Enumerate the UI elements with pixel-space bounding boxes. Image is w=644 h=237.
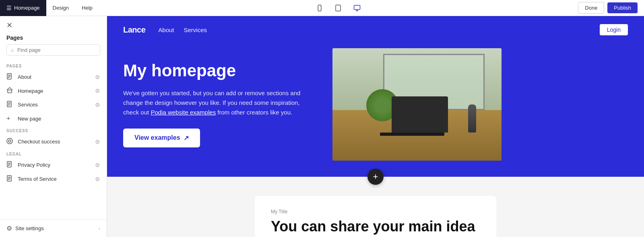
new-page-button[interactable]: + New page — [0, 112, 107, 125]
svg-point-17 — [8, 140, 11, 142]
content-card: My Title You can share your main idea he… — [255, 196, 496, 237]
add-section-button[interactable]: + — [367, 169, 384, 185]
hero-text: My homepage We've gotten you started, bu… — [123, 61, 316, 147]
hero-image — [332, 48, 502, 161]
sidebar-item-homepage[interactable]: Homepage ⚙ — [0, 84, 107, 98]
doc-icon — [6, 73, 14, 81]
design-tab-label: Design — [53, 5, 69, 11]
svg-point-16 — [7, 138, 12, 144]
homepage-tab-label: Homepage — [14, 5, 40, 11]
device-switcher — [99, 2, 578, 14]
privacy-settings-icon[interactable]: ⚙ — [95, 162, 100, 168]
homepage-tab[interactable]: ☰ Homepage — [0, 0, 46, 16]
home-icon — [6, 87, 14, 94]
sidebar-item-privacy-policy[interactable]: Privacy Policy ⚙ — [0, 158, 107, 172]
card-label: My Title — [271, 209, 480, 215]
topbar-right: Done Publish — [578, 2, 644, 14]
new-page-label: New page — [18, 116, 41, 122]
topbar-left: ☰ Homepage Design Help — [0, 0, 99, 16]
checkout-settings-icon[interactable]: ⚙ — [95, 139, 100, 145]
below-hero-section: My Title You can share your main idea he… — [107, 177, 644, 237]
podia-link[interactable]: Podia website examples — [151, 109, 216, 116]
success-section-label: SUCCESS — [0, 125, 107, 135]
hero-nav: Lance About Services Login — [107, 16, 644, 43]
svg-rect-4 — [354, 5, 360, 10]
services-page-label: Services — [18, 102, 95, 108]
cta-label: View examples — [134, 134, 180, 141]
target-icon — [6, 138, 14, 145]
tos-settings-icon[interactable]: ⚙ — [95, 176, 100, 182]
sidebar: ✕ Pages ⌕ PAGES About ⚙ Homepage ⚙ — [0, 16, 107, 237]
topbar: ☰ Homepage Design Help Done Publish — [0, 0, 644, 16]
search-icon: ⌕ — [11, 47, 14, 53]
view-examples-button[interactable]: View examples ↗ — [123, 129, 200, 147]
homepage-settings-icon[interactable]: ⚙ — [95, 88, 100, 94]
terms-of-service-label: Terms of Service — [18, 176, 95, 182]
site-settings-label: Site settings — [15, 225, 44, 231]
nav-links: About Services — [158, 27, 207, 33]
content-area: Lance About Services Login My homepage W… — [107, 16, 644, 237]
done-button[interactable]: Done — [578, 2, 604, 14]
nav-link-about[interactable]: About — [158, 27, 174, 33]
cta-arrow-icon: ↗ — [184, 134, 189, 142]
homepage-page-label: Homepage — [18, 88, 95, 94]
checkout-success-label: Checkout success — [18, 139, 95, 145]
mobile-device-btn[interactable] — [314, 2, 326, 14]
design-tab[interactable]: Design — [46, 0, 75, 16]
main-layout: ✕ Pages ⌕ PAGES About ⚙ Homepage ⚙ — [0, 16, 644, 237]
hero-section: Lance About Services Login My homepage W… — [107, 16, 644, 177]
sidebar-title: Pages — [0, 35, 107, 44]
sidebar-item-services[interactable]: Services ⚙ — [0, 98, 107, 112]
close-button[interactable]: ✕ — [6, 21, 12, 30]
svg-rect-2 — [336, 5, 341, 11]
site-logo: Lance — [123, 25, 145, 35]
plus-icon: + — [6, 115, 14, 122]
help-tab[interactable]: Help — [75, 0, 99, 16]
hero-title: My homepage — [123, 61, 316, 80]
services-settings-icon[interactable]: ⚙ — [95, 102, 100, 108]
about-page-label: About — [18, 74, 95, 80]
sidebar-item-terms-of-service[interactable]: Terms of Service ⚙ — [0, 172, 107, 186]
hero-image-inner — [332, 48, 502, 161]
menu-icon: ☰ — [6, 5, 12, 11]
tos-doc-icon — [6, 175, 14, 183]
card-title: You can share your main idea here — [271, 218, 480, 237]
services-doc-icon — [6, 101, 14, 108]
search-input[interactable] — [17, 47, 96, 53]
svg-rect-0 — [318, 5, 321, 11]
publish-button[interactable]: Publish — [607, 2, 638, 13]
login-button[interactable]: Login — [600, 24, 628, 35]
help-tab-label: Help — [82, 5, 93, 11]
desktop-device-btn[interactable] — [351, 2, 363, 14]
pages-section-label: PAGES — [0, 61, 107, 70]
sidebar-close-area: ✕ — [0, 16, 107, 35]
privacy-policy-label: Privacy Policy — [18, 162, 95, 168]
legal-section-label: LEGAL — [0, 149, 107, 158]
site-settings-item[interactable]: ⚙ Site settings › — [0, 219, 107, 237]
sidebar-item-about[interactable]: About ⚙ — [0, 70, 107, 84]
search-bar[interactable]: ⌕ — [6, 44, 100, 56]
svg-rect-11 — [8, 90, 12, 93]
hero-image-wrapper — [332, 48, 502, 161]
privacy-doc-icon — [6, 161, 14, 169]
about-settings-icon[interactable]: ⚙ — [95, 74, 100, 80]
chevron-right-icon: › — [99, 225, 100, 231]
sidebar-item-checkout-success[interactable]: Checkout success ⚙ — [0, 135, 107, 149]
nav-link-services[interactable]: Services — [184, 27, 207, 33]
hero-description: We've gotten you started, but you can ad… — [123, 88, 316, 117]
site-settings-icon: ⚙ — [6, 225, 12, 232]
tablet-device-btn[interactable] — [332, 2, 344, 14]
